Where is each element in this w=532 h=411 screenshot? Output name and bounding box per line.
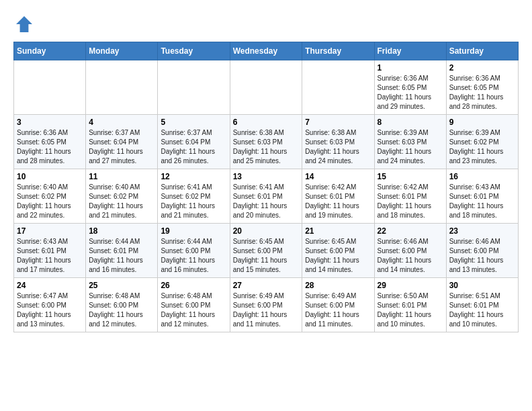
day-info: Sunrise: 6:43 AM Sunset: 6:01 PM Dayligh… [17, 237, 83, 275]
calendar-cell: 18Sunrise: 6:44 AM Sunset: 6:01 PM Dayli… [86, 224, 158, 278]
day-info: Sunrise: 6:36 AM Sunset: 6:05 PM Dayligh… [17, 128, 83, 166]
calendar-cell: 12Sunrise: 6:41 AM Sunset: 6:02 PM Dayli… [158, 169, 230, 224]
day-number: 10 [17, 172, 83, 181]
day-info: Sunrise: 6:41 AM Sunset: 6:01 PM Dayligh… [233, 183, 300, 220]
calendar-cell [158, 60, 230, 115]
day-number: 20 [233, 226, 300, 236]
calendar-week-row: 24Sunrise: 6:47 AM Sunset: 6:00 PM Dayli… [14, 278, 519, 332]
day-number: 24 [17, 281, 83, 290]
calendar-cell: 10Sunrise: 6:40 AM Sunset: 6:02 PM Dayli… [14, 169, 86, 224]
calendar-week-row: 17Sunrise: 6:43 AM Sunset: 6:01 PM Dayli… [14, 224, 519, 278]
day-number: 29 [378, 281, 443, 290]
calendar-table: SundayMondayTuesdayWednesdayThursdayFrid… [13, 42, 519, 332]
day-number: 11 [89, 172, 154, 181]
day-number: 16 [449, 172, 515, 181]
day-number: 4 [89, 118, 154, 127]
calendar-cell: 5Sunrise: 6:37 AM Sunset: 6:04 PM Daylig… [158, 115, 230, 169]
calendar-cell: 16Sunrise: 6:43 AM Sunset: 6:01 PM Dayli… [446, 169, 518, 224]
day-info: Sunrise: 6:44 AM Sunset: 6:00 PM Dayligh… [161, 237, 226, 275]
day-number: 13 [233, 172, 300, 181]
logo [13, 13, 38, 35]
calendar-cell: 27Sunrise: 6:49 AM Sunset: 6:00 PM Dayli… [230, 278, 302, 332]
day-number: 12 [161, 172, 226, 181]
calendar-cell: 19Sunrise: 6:44 AM Sunset: 6:00 PM Dayli… [158, 224, 230, 278]
day-number: 26 [161, 281, 226, 290]
calendar-cell: 25Sunrise: 6:48 AM Sunset: 6:00 PM Dayli… [86, 278, 158, 332]
weekday-header: Sunday [14, 42, 86, 60]
calendar-cell: 13Sunrise: 6:41 AM Sunset: 6:01 PM Dayli… [230, 169, 302, 224]
calendar-cell: 1Sunrise: 6:36 AM Sunset: 6:05 PM Daylig… [374, 60, 446, 115]
day-info: Sunrise: 6:36 AM Sunset: 6:05 PM Dayligh… [449, 74, 515, 111]
day-info: Sunrise: 6:37 AM Sunset: 6:04 PM Dayligh… [89, 128, 154, 166]
day-number: 3 [17, 118, 83, 127]
calendar-week-row: 1Sunrise: 6:36 AM Sunset: 6:05 PM Daylig… [14, 60, 519, 115]
calendar-cell: 30Sunrise: 6:51 AM Sunset: 6:01 PM Dayli… [446, 278, 518, 332]
day-info: Sunrise: 6:45 AM Sunset: 6:00 PM Dayligh… [305, 237, 371, 275]
day-number: 22 [378, 226, 443, 236]
day-number: 28 [305, 281, 371, 290]
calendar-cell: 6Sunrise: 6:38 AM Sunset: 6:03 PM Daylig… [230, 115, 302, 169]
calendar-cell [14, 60, 86, 115]
day-number: 9 [449, 118, 515, 127]
day-number: 21 [305, 226, 371, 236]
calendar-header-row: SundayMondayTuesdayWednesdayThursdayFrid… [14, 42, 519, 60]
day-info: Sunrise: 6:37 AM Sunset: 6:04 PM Dayligh… [161, 128, 226, 166]
calendar-cell: 7Sunrise: 6:38 AM Sunset: 6:03 PM Daylig… [302, 115, 374, 169]
day-info: Sunrise: 6:40 AM Sunset: 6:02 PM Dayligh… [17, 183, 83, 220]
day-info: Sunrise: 6:38 AM Sunset: 6:03 PM Dayligh… [233, 128, 300, 166]
day-info: Sunrise: 6:39 AM Sunset: 6:03 PM Dayligh… [378, 128, 443, 166]
day-number: 27 [233, 281, 300, 290]
day-info: Sunrise: 6:44 AM Sunset: 6:01 PM Dayligh… [89, 237, 154, 275]
day-info: Sunrise: 6:49 AM Sunset: 6:00 PM Dayligh… [305, 291, 371, 329]
calendar-cell: 23Sunrise: 6:46 AM Sunset: 6:00 PM Dayli… [446, 224, 518, 278]
day-info: Sunrise: 6:38 AM Sunset: 6:03 PM Dayligh… [305, 128, 371, 166]
logo-icon [13, 13, 35, 35]
calendar-cell: 14Sunrise: 6:42 AM Sunset: 6:01 PM Dayli… [302, 169, 374, 224]
weekday-header: Friday [374, 42, 446, 60]
day-info: Sunrise: 6:46 AM Sunset: 6:00 PM Dayligh… [378, 237, 443, 275]
calendar-cell: 11Sunrise: 6:40 AM Sunset: 6:02 PM Dayli… [86, 169, 158, 224]
day-number: 14 [305, 172, 371, 181]
page-header [13, 13, 519, 35]
calendar-cell [86, 60, 158, 115]
day-info: Sunrise: 6:42 AM Sunset: 6:01 PM Dayligh… [305, 183, 371, 220]
day-info: Sunrise: 6:48 AM Sunset: 6:00 PM Dayligh… [89, 291, 154, 329]
day-info: Sunrise: 6:46 AM Sunset: 6:00 PM Dayligh… [449, 237, 515, 275]
calendar-week-row: 3Sunrise: 6:36 AM Sunset: 6:05 PM Daylig… [14, 115, 519, 169]
weekday-header: Saturday [446, 42, 518, 60]
calendar-cell: 2Sunrise: 6:36 AM Sunset: 6:05 PM Daylig… [446, 60, 518, 115]
calendar-cell: 24Sunrise: 6:47 AM Sunset: 6:00 PM Dayli… [14, 278, 86, 332]
day-number: 7 [305, 118, 371, 127]
calendar-cell: 28Sunrise: 6:49 AM Sunset: 6:00 PM Dayli… [302, 278, 374, 332]
calendar-week-row: 10Sunrise: 6:40 AM Sunset: 6:02 PM Dayli… [14, 169, 519, 224]
day-number: 6 [233, 118, 300, 127]
calendar-cell: 29Sunrise: 6:50 AM Sunset: 6:01 PM Dayli… [374, 278, 446, 332]
day-info: Sunrise: 6:47 AM Sunset: 6:00 PM Dayligh… [17, 291, 83, 329]
day-info: Sunrise: 6:45 AM Sunset: 6:00 PM Dayligh… [233, 237, 300, 275]
day-info: Sunrise: 6:48 AM Sunset: 6:00 PM Dayligh… [161, 291, 226, 329]
day-number: 5 [161, 118, 226, 127]
day-info: Sunrise: 6:40 AM Sunset: 6:02 PM Dayligh… [89, 183, 154, 220]
day-info: Sunrise: 6:51 AM Sunset: 6:01 PM Dayligh… [449, 291, 515, 329]
calendar-cell: 9Sunrise: 6:39 AM Sunset: 6:02 PM Daylig… [446, 115, 518, 169]
weekday-header: Thursday [302, 42, 374, 60]
calendar-cell: 3Sunrise: 6:36 AM Sunset: 6:05 PM Daylig… [14, 115, 86, 169]
day-number: 15 [378, 172, 443, 181]
day-number: 19 [161, 226, 226, 236]
day-info: Sunrise: 6:50 AM Sunset: 6:01 PM Dayligh… [378, 291, 443, 329]
day-number: 18 [89, 226, 154, 236]
calendar-cell: 22Sunrise: 6:46 AM Sunset: 6:00 PM Dayli… [374, 224, 446, 278]
weekday-header: Monday [86, 42, 158, 60]
day-number: 2 [449, 63, 515, 73]
day-number: 25 [89, 281, 154, 290]
calendar-cell: 26Sunrise: 6:48 AM Sunset: 6:00 PM Dayli… [158, 278, 230, 332]
svg-marker-0 [16, 16, 32, 32]
calendar-cell: 17Sunrise: 6:43 AM Sunset: 6:01 PM Dayli… [14, 224, 86, 278]
day-info: Sunrise: 6:49 AM Sunset: 6:00 PM Dayligh… [233, 291, 300, 329]
day-number: 8 [378, 118, 443, 127]
day-number: 23 [449, 226, 515, 236]
day-info: Sunrise: 6:42 AM Sunset: 6:01 PM Dayligh… [378, 183, 443, 220]
calendar-cell: 8Sunrise: 6:39 AM Sunset: 6:03 PM Daylig… [374, 115, 446, 169]
day-info: Sunrise: 6:41 AM Sunset: 6:02 PM Dayligh… [161, 183, 226, 220]
day-info: Sunrise: 6:36 AM Sunset: 6:05 PM Dayligh… [378, 74, 443, 111]
